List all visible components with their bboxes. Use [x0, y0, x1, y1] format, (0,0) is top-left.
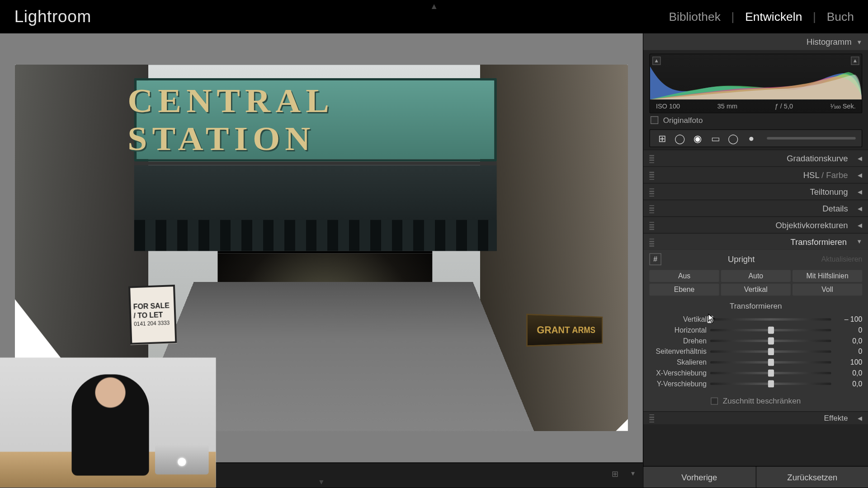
slider-value[interactable]: 0: [835, 347, 863, 356]
histo-focal: 35 mm: [717, 103, 737, 110]
slider-value[interactable]: 0,0: [835, 369, 863, 377]
slider-value[interactable]: 0,0: [835, 380, 863, 388]
tool-size-slider[interactable]: [767, 137, 856, 139]
skalieren-slider[interactable]: [710, 361, 831, 363]
bottom-chevron-icon[interactable]: ▼: [318, 478, 325, 486]
module-book[interactable]: Buch: [827, 10, 854, 23]
horizontal-slider[interactable]: [710, 329, 831, 331]
crop-tool-icon[interactable]: ⊞: [656, 132, 668, 144]
x-verschiebung-slider[interactable]: [710, 372, 831, 374]
chevron-left-icon: ◀: [858, 222, 863, 229]
radial-tool-icon[interactable]: ◯: [727, 132, 739, 144]
histo-iso: ISO 100: [656, 103, 680, 110]
y-verschiebung-slider[interactable]: [710, 383, 831, 385]
top-chevron-icon[interactable]: ▲: [430, 1, 438, 11]
drehen-slider[interactable]: [710, 340, 831, 342]
slider-value[interactable]: – 100: [835, 315, 863, 324]
slider-label: X-Verschiebung: [649, 369, 707, 377]
slider-label: Y-Verschiebung: [649, 380, 707, 388]
chevron-down-icon: ▼: [856, 38, 862, 45]
previous-button[interactable]: Vorherige: [643, 467, 755, 488]
histo-aperture: ƒ / 5,0: [775, 103, 793, 110]
histogram[interactable]: ▲ ▲ ISO 100 35 mm ƒ / 5,0 ¹⁄₁₆₀ Sek.: [649, 54, 862, 113]
original-photo-label: Originalfoto: [663, 116, 703, 125]
chevron-down-icon: ▼: [856, 239, 862, 245]
upright-auto-button[interactable]: Auto: [721, 270, 791, 282]
original-photo-checkbox[interactable]: [651, 116, 658, 124]
histo-shutter: ¹⁄₁₆₀ Sek.: [830, 103, 856, 110]
spot-tool-icon[interactable]: ◯: [674, 132, 685, 144]
upright-full-button[interactable]: Voll: [793, 284, 862, 296]
upright-off-button[interactable]: Aus: [649, 270, 719, 282]
panel-tone-curve[interactable]: Gradationskurve◀: [643, 150, 868, 166]
slider-label: Seitenverhältnis: [649, 347, 707, 356]
grad-tool-icon[interactable]: ▭: [710, 132, 722, 144]
histogram-header[interactable]: Histogramm▼: [643, 33, 868, 50]
module-separator: |: [813, 10, 816, 23]
reset-button[interactable]: Zurücksetzen: [756, 467, 868, 488]
upright-guided-button[interactable]: Mit Hilfslinien: [793, 270, 862, 282]
vertikal-slider[interactable]: [710, 318, 831, 320]
filmstrip-toggle-icon[interactable]: ▾: [631, 469, 635, 477]
panel-detail[interactable]: Details◀: [643, 200, 868, 216]
upright-guided-icon[interactable]: #: [649, 253, 661, 265]
transform-section-label: Transformieren: [649, 301, 862, 310]
seitenverh-ltnis-slider[interactable]: [710, 351, 831, 353]
slider-label: Drehen: [649, 337, 707, 345]
chevron-left-icon: ◀: [858, 155, 863, 162]
upright-update-button[interactable]: Aktualisieren: [821, 255, 863, 263]
constrain-crop-label: Zuschnitt beschränken: [723, 396, 801, 405]
constrain-crop-checkbox[interactable]: [711, 397, 718, 404]
slider-value[interactable]: 100: [835, 358, 863, 366]
panel-effects[interactable]: Effekte◀: [643, 411, 868, 424]
redeye-tool-icon[interactable]: ◉: [692, 132, 703, 144]
panel-lens-corrections[interactable]: Objektivkorrekturen◀: [643, 216, 868, 233]
upright-label: Upright: [666, 254, 816, 264]
upright-vertical-button[interactable]: Vertikal: [721, 284, 791, 296]
panel-split-toning[interactable]: Teiltonung◀: [643, 183, 868, 200]
slider-value[interactable]: 0: [835, 326, 863, 334]
tool-strip: ⊞ ◯ ◉ ▭ ◯ ●: [649, 129, 862, 147]
image-for-sale-sign: FOR SALE / TO LET 0141 204 3333: [128, 285, 177, 345]
shadow-clip-icon[interactable]: ▲: [652, 56, 660, 65]
panel-hsl[interactable]: HSL / Farbe ◀: [643, 166, 868, 183]
image-pub-sign: GRANT ARMS: [526, 314, 603, 347]
module-develop[interactable]: Entwickeln: [745, 10, 802, 23]
brush-tool-icon[interactable]: ●: [745, 132, 757, 144]
webcam-overlay: [0, 357, 216, 488]
panel-transform[interactable]: Transformieren▼: [643, 233, 868, 250]
highlight-clip-icon[interactable]: ▲: [851, 56, 859, 65]
chevron-left-icon: ◀: [858, 415, 863, 422]
slider-label: Skalieren: [649, 358, 707, 366]
chevron-left-icon: ◀: [858, 205, 863, 212]
soft-proof-icon[interactable]: ⊞: [612, 469, 619, 479]
image-sign-text: CENTRAL STATION: [127, 82, 503, 158]
slider-label: Vertikal: [649, 315, 707, 324]
chevron-left-icon: ◀: [858, 172, 863, 178]
upright-level-button[interactable]: Ebene: [649, 284, 719, 296]
slider-label: Horizontal: [649, 326, 707, 334]
module-separator: |: [731, 10, 735, 23]
app-title: Lightroom: [14, 7, 91, 26]
module-library[interactable]: Bibliothek: [669, 10, 720, 23]
module-picker: Bibliothek | Entwickeln | Buch: [669, 10, 854, 23]
chevron-left-icon: ◀: [858, 188, 863, 195]
slider-value[interactable]: 0,0: [835, 337, 863, 345]
